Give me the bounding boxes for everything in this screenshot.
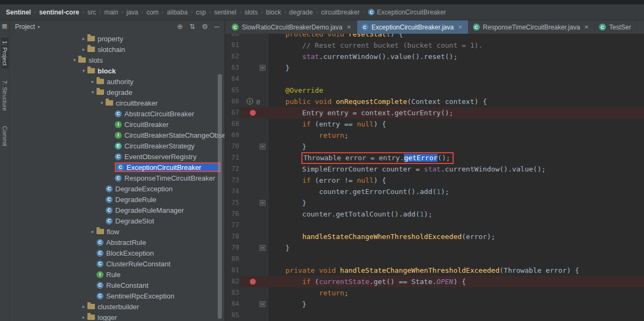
tab-testser[interactable]: CTestSer: [595, 20, 637, 34]
breadcrumb-item-sentinel[interactable]: sentinel: [212, 8, 238, 17]
tree-item-circuitbreakerstatechangeobse[interactable]: ICircuitBreakerStateChangeObse: [10, 130, 225, 140]
tree-toggle-icon[interactable]: ▸: [80, 304, 87, 309]
tree-toggle-icon[interactable]: ▸: [80, 36, 87, 41]
breadcrumb-item-circuitbreaker[interactable]: circuitbreaker: [320, 8, 361, 17]
tab-exceptioncircuitbreaker-java[interactable]: CExceptionCircuitBreaker.java✕: [357, 20, 469, 34]
breadcrumb-item-com[interactable]: com: [145, 8, 160, 17]
tree-item-degraderulemanager[interactable]: CDegradeRuleManager: [10, 205, 225, 215]
breadcrumb-item-src[interactable]: src: [86, 8, 98, 17]
tree-item-clusterruleconstant[interactable]: CClusterRuleConstant: [10, 258, 225, 269]
tree-item-blockexception[interactable]: CBlockException: [10, 248, 225, 258]
tree-item-responsetimecircuitbreaker[interactable]: CResponseTimeCircuitBreaker: [10, 173, 225, 183]
locate-icon[interactable]: ⊕: [177, 23, 183, 31]
line-number[interactable]: 67: [225, 107, 239, 118]
tree-item-degraderule[interactable]: CDegradeRule: [10, 194, 225, 205]
tree-item-ruleconstant[interactable]: CRuleConstant: [10, 280, 225, 290]
code-line-66[interactable]: 66↑@ public void onRequestComplete(Conte…: [225, 96, 644, 107]
project-scrollbar[interactable]: [218, 74, 222, 319]
line-number[interactable]: 84: [225, 298, 239, 310]
stripe-button-commit[interactable]: Commit: [1, 123, 9, 150]
code-line-62[interactable]: 62 stat.currentWindow().value().reset();: [225, 51, 644, 62]
tree-item-slots[interactable]: ▾slots: [10, 55, 225, 65]
code-line-64[interactable]: 64: [225, 73, 644, 85]
collapse-all-icon[interactable]: ⇅: [189, 23, 195, 31]
close-icon[interactable]: ✕: [346, 24, 351, 30]
line-number[interactable]: 80: [225, 253, 239, 265]
breadcrumb-item-sentinel-core[interactable]: sentinel-core: [38, 8, 81, 17]
line-number[interactable]: 83: [225, 287, 239, 298]
tree-item-authority[interactable]: ▸authority: [10, 76, 225, 87]
fold-marker-icon[interactable]: −: [260, 301, 265, 307]
stripe-button-1-project[interactable]: 1: Project: [1, 38, 9, 69]
code-line-72[interactable]: 72 SimpleErrorCounter counter = stat.cur…: [225, 163, 644, 175]
code-line-67[interactable]: 67 Entry entry = context.getCurEntry();: [225, 107, 644, 118]
code-line-63[interactable]: 63− }: [225, 62, 644, 73]
line-number[interactable]: 82: [225, 276, 239, 287]
breadcrumb-item-alibaba[interactable]: alibaba: [165, 8, 189, 17]
tree-item-property[interactable]: ▸property: [10, 33, 225, 44]
line-number[interactable]: 66: [225, 96, 239, 107]
tree-item-abstractrule[interactable]: CAbstractRule: [10, 237, 225, 248]
code-line-70[interactable]: 70− }: [225, 141, 644, 152]
line-number[interactable]: 70: [225, 141, 239, 152]
code-line-71[interactable]: 71 Throwable error = entry.getError();: [225, 152, 644, 163]
code-line-75[interactable]: 75− }: [225, 197, 644, 208]
fold-marker-icon[interactable]: −: [260, 65, 265, 71]
line-number[interactable]: 81: [225, 265, 239, 276]
code-line-77[interactable]: 77: [225, 220, 644, 231]
line-number[interactable]: 77: [225, 220, 239, 231]
line-number[interactable]: 74: [225, 186, 239, 197]
tree-item-logger[interactable]: ▸logger: [10, 312, 225, 321]
line-number[interactable]: 73: [225, 175, 239, 186]
tree-item-circuitbreaker[interactable]: ▾circuitbreaker: [10, 98, 225, 108]
breadcrumb-item-java[interactable]: java: [125, 8, 140, 17]
code-line-80[interactable]: 80: [225, 253, 644, 265]
breadcrumb-item-sentinel[interactable]: Sentinel: [4, 8, 33, 17]
breakpoint-icon[interactable]: [250, 110, 256, 116]
code-line-79[interactable]: 79− }: [225, 242, 644, 253]
code-line-83[interactable]: 83 return;: [225, 287, 644, 298]
tree-item-degradeslot[interactable]: CDegradeSlot: [10, 215, 225, 226]
tree-item-eventobserverregistry[interactable]: CEventObserverRegistry: [10, 151, 225, 162]
code-line-78[interactable]: 78 handleStateChangeWhenThresholdExceede…: [225, 231, 644, 242]
tree-item-sentinelrpcexception[interactable]: CSentinelRpcException: [10, 290, 225, 301]
line-number[interactable]: 62: [225, 51, 239, 62]
tab-responsetimecircuitbreaker-java[interactable]: CResponseTimeCircuitBreaker.java✕: [469, 20, 595, 34]
code-line-69[interactable]: 69 return;: [225, 130, 644, 141]
code-line-61[interactable]: 61 // Reset current bucket (bucket count…: [225, 40, 644, 51]
line-number[interactable]: 75: [225, 197, 239, 208]
code-line-68[interactable]: 68 if (entry == null) {: [225, 118, 644, 130]
breakpoint-icon[interactable]: [250, 279, 256, 285]
tree-item-degrade[interactable]: ▾degrade: [10, 87, 225, 98]
line-number[interactable]: 64: [225, 73, 239, 85]
tree-item-flow[interactable]: ▸flow: [10, 226, 225, 237]
line-number[interactable]: 65: [225, 85, 239, 96]
tree-toggle-icon[interactable]: ▾: [89, 89, 97, 95]
line-number[interactable]: 61: [225, 40, 239, 51]
breadcrumb-item-exceptioncircuitbreaker[interactable]: CExceptionCircuitBreaker: [366, 8, 448, 17]
tree-toggle-icon[interactable]: ▸: [89, 79, 97, 84]
line-number[interactable]: 78: [225, 231, 239, 242]
tree-item-circuitbreakerstrategy[interactable]: ECircuitBreakerStrategy: [10, 140, 225, 151]
code-line-84[interactable]: 84− }: [225, 298, 644, 310]
line-number[interactable]: 85: [225, 310, 239, 321]
override-icon[interactable]: ↑: [247, 98, 253, 104]
close-icon[interactable]: ✕: [584, 24, 589, 30]
fold-marker-icon[interactable]: −: [260, 144, 265, 150]
tree-item-exceptioncircuitbreaker[interactable]: CExceptionCircuitBreaker: [10, 162, 225, 173]
line-number[interactable]: 76: [225, 208, 239, 220]
line-number[interactable]: 79: [225, 242, 239, 253]
fold-marker-icon[interactable]: −: [260, 245, 265, 251]
tree-item-abstractcircuitbreaker[interactable]: CAbstractCircuitBreaker: [10, 108, 225, 119]
line-number[interactable]: 63: [225, 62, 239, 73]
tree-toggle-icon[interactable]: ▾: [98, 100, 106, 106]
tree-item-rule[interactable]: IRule: [10, 269, 225, 280]
project-panel-title[interactable]: Project: [15, 23, 35, 31]
tree-item-clusterbuilder[interactable]: ▸clusterbuilder: [10, 301, 225, 312]
editor[interactable]: 60 protected void resetStat() {61 // Res…: [225, 34, 644, 321]
breadcrumb-item-csp[interactable]: csp: [194, 8, 208, 17]
code-line-60[interactable]: 60 protected void resetStat() {: [225, 34, 644, 40]
tree-item-circuitbreaker[interactable]: ICircuitBreaker: [10, 119, 225, 130]
tab-slowratiocircuitbreakerdemo-java[interactable]: CSlowRatioCircuitBreakerDemo.java✕: [227, 20, 357, 34]
tool-window-stripe-icon[interactable]: ▦: [2, 23, 7, 29]
